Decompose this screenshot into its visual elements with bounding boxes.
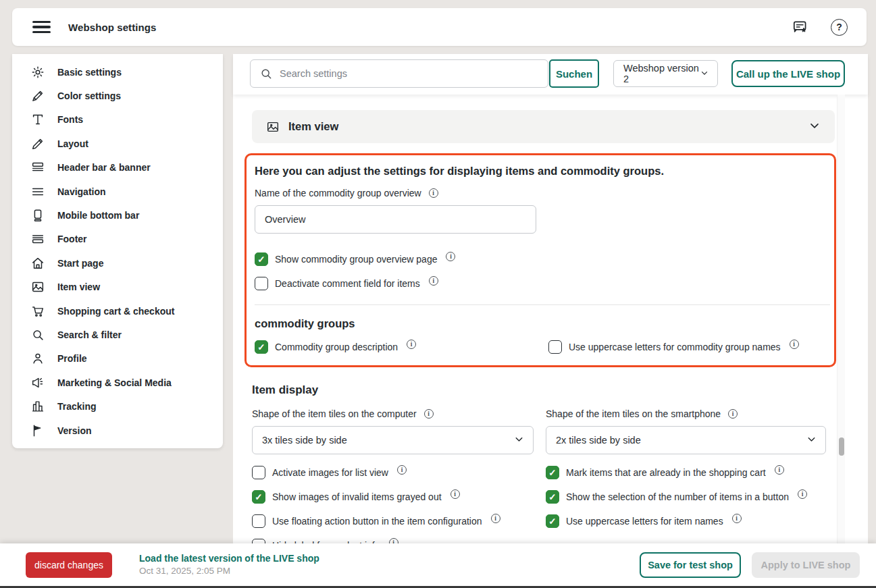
checkbox-label: Show commodity group overview page — [275, 254, 437, 265]
info-icon[interactable] — [728, 409, 738, 419]
info-icon[interactable] — [775, 465, 784, 475]
tiles-computer-select[interactable]: 3x tiles side by side — [252, 426, 534, 454]
checkbox[interactable] — [546, 466, 559, 479]
app-header: Webshop settings — [12, 8, 867, 46]
info-icon[interactable] — [790, 340, 799, 349]
checkbox-label: Use uppercase letters for commodity grou… — [569, 342, 781, 352]
checkbox[interactable] — [252, 466, 265, 479]
app-title: Webshop settings — [68, 22, 157, 33]
checkbox[interactable] — [255, 340, 268, 354]
info-icon[interactable] — [429, 188, 438, 198]
settings-toolbar: Suchen Webshop version 2 Call up the LIV… — [233, 54, 868, 95]
settings-content: Item view Here you can adjust the settin… — [233, 95, 838, 543]
search-input[interactable] — [280, 68, 548, 79]
sidebar-item-layout[interactable]: Layout — [12, 132, 223, 155]
chevron-down-icon — [700, 68, 709, 80]
sidebar-item-marketing[interactable]: Marketing & Social Media — [12, 371, 223, 394]
sidebar-item-basic-settings[interactable]: Basic settings — [12, 60, 223, 84]
sidebar-item-tracking[interactable]: Tracking — [12, 394, 223, 418]
sidebar-item-footer[interactable]: Footer — [12, 228, 223, 251]
checkbox[interactable] — [255, 252, 268, 266]
sidebar-item-color-settings[interactable]: Color settings — [12, 84, 223, 107]
info-icon[interactable] — [389, 538, 398, 543]
checkbox-row[interactable]: Use uppercase letters for item names — [546, 514, 838, 529]
info-icon[interactable] — [732, 514, 742, 523]
checkbox-row[interactable]: Show images of invalid items grayed out — [252, 489, 546, 504]
checkbox-row[interactable]: Activate images for list view — [252, 465, 546, 480]
checkbox[interactable] — [255, 277, 268, 290]
call-live-shop-button[interactable]: Call up the LIVE shop — [731, 60, 845, 87]
load-live-version-link[interactable]: Load the latest version of the LIVE shop — [139, 552, 319, 565]
checkbox-row[interactable]: Hide label for product info — [252, 538, 546, 543]
load-live-version-timestamp: Oct 31, 2025, 2:05 PM — [139, 565, 319, 577]
checkbox-row[interactable]: Commodity group description — [255, 340, 548, 354]
checkbox[interactable] — [252, 490, 265, 504]
tiles-computer-value: 3x tiles side by side — [262, 435, 347, 446]
info-icon[interactable] — [450, 489, 460, 499]
checkbox-row[interactable]: Show the selection of the number of item… — [546, 489, 838, 504]
sidebar-item-label: Item view — [57, 282, 100, 292]
scrollbar[interactable] — [837, 95, 845, 543]
image-icon — [30, 279, 46, 295]
info-icon[interactable] — [397, 465, 407, 475]
info-icon[interactable] — [491, 514, 500, 523]
sidebar-item-label: Fonts — [57, 114, 83, 125]
sidebar-item-item-view[interactable]: Item view — [12, 275, 223, 299]
info-icon[interactable] — [429, 276, 438, 286]
sidebar-item-header-bar[interactable]: Header bar & banner — [12, 156, 223, 180]
sidebar-item-shopping-cart[interactable]: Shopping cart & checkout — [12, 299, 223, 323]
hamburger-menu-icon[interactable] — [32, 18, 51, 36]
sidebar-item-label: Version — [57, 425, 92, 436]
action-bar: discard changes Load the latest version … — [0, 543, 876, 586]
webshop-version-select[interactable]: Webshop version 2 — [613, 60, 718, 87]
scrollbar-thumb[interactable] — [839, 437, 844, 456]
chevron-down-icon — [513, 433, 525, 447]
commodity-group-name-input[interactable] — [255, 205, 536, 234]
help-icon[interactable] — [831, 19, 848, 36]
info-icon[interactable] — [407, 340, 416, 349]
sidebar-item-start-page[interactable]: Start page — [12, 251, 223, 275]
image-icon — [265, 119, 280, 134]
tiles-computer-label: Shape of the item tiles on the computer — [252, 408, 546, 419]
feedback-icon[interactable] — [792, 18, 809, 36]
checkbox[interactable] — [252, 514, 265, 528]
info-icon[interactable] — [798, 489, 807, 499]
info-icon[interactable] — [424, 409, 434, 419]
search-submit-button[interactable]: Suchen — [549, 59, 599, 88]
sidebar-item-version[interactable]: Version — [12, 419, 223, 442]
name-field-label: Name of the commodity group overview — [255, 188, 826, 198]
chevron-down-icon[interactable] — [808, 119, 821, 135]
checkbox[interactable] — [546, 490, 559, 504]
main-panel: Suchen Webshop version 2 Call up the LIV… — [233, 54, 868, 543]
home-icon — [30, 255, 46, 271]
sidebar-item-mobile-bottom-bar[interactable]: Mobile bottom bar — [12, 203, 223, 227]
sidebar-item-fonts[interactable]: Fonts — [12, 108, 223, 132]
sidebar-item-label: Profile — [57, 353, 87, 364]
sidebar-item-profile[interactable]: Profile — [12, 347, 223, 371]
checkbox-row[interactable]: Mark items that are already in the shopp… — [546, 465, 838, 480]
checkbox[interactable] — [252, 539, 265, 543]
checkbox-label: Show images of invalid items grayed out — [272, 491, 442, 502]
sidebar-item-search-filter[interactable]: Search & filter — [12, 323, 223, 346]
sidebar-item-navigation[interactable]: Navigation — [12, 180, 223, 203]
checkbox-label: Use floating action button in the item c… — [272, 516, 482, 527]
sidebar-item-label: Tracking — [57, 401, 97, 412]
search-icon — [259, 67, 273, 80]
info-icon[interactable] — [446, 252, 455, 261]
section-item-view[interactable]: Item view — [252, 110, 835, 143]
sidebar-item-label: Shopping cart & checkout — [57, 306, 174, 317]
checkbox-row[interactable]: Deactivate comment field for items — [255, 276, 826, 291]
checkbox-row[interactable]: Show commodity group overview page — [255, 252, 826, 267]
tiles-smartphone-select[interactable]: 2x tiles side by side — [546, 426, 826, 454]
footer-icon — [30, 231, 46, 247]
person-icon — [30, 350, 46, 367]
gear-icon — [30, 64, 46, 80]
save-test-shop-button[interactable]: Save for test shop — [640, 552, 741, 578]
discard-changes-button[interactable]: discard changes — [26, 552, 112, 578]
checkbox-row[interactable]: Use uppercase letters for commodity grou… — [548, 340, 826, 354]
webshop-version-value: Webshop version 2 — [623, 63, 700, 84]
sidebar-item-label: Footer — [57, 234, 87, 244]
checkbox-row[interactable]: Use floating action button in the item c… — [252, 514, 546, 529]
checkbox[interactable] — [546, 514, 559, 528]
checkbox[interactable] — [548, 340, 562, 354]
